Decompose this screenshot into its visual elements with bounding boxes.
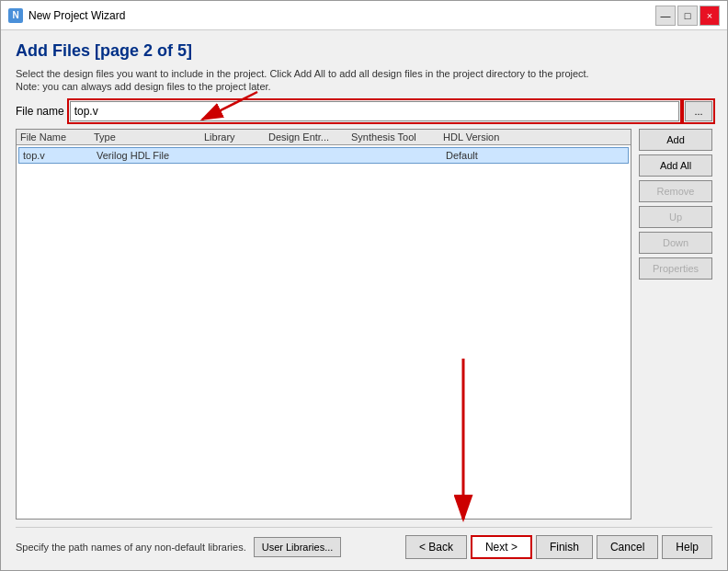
properties-button[interactable]: Properties [639, 257, 712, 280]
up-button[interactable]: Up [639, 206, 712, 228]
window-controls: — □ × [655, 6, 720, 26]
file-name-label: File name [16, 105, 64, 118]
title-bar: N New Project Wizard — □ × [1, 1, 727, 30]
maximize-button[interactable]: □ [677, 6, 698, 26]
app-icon: N [8, 8, 23, 23]
cell-type: Verilog HDL File [97, 150, 207, 161]
down-button[interactable]: Down [639, 232, 712, 254]
col-header-library: Library [204, 131, 268, 143]
help-button[interactable]: Help [662, 535, 712, 559]
col-header-synth-tool: Synthesis Tool [351, 131, 443, 143]
next-button[interactable]: Next > [471, 535, 532, 559]
file-name-row: File name ... [16, 101, 712, 121]
col-header-hdl-version: HDL Version [443, 131, 535, 143]
table-body: top.v Verilog HDL File Default [17, 145, 631, 519]
cancel-button[interactable]: Cancel [597, 535, 658, 559]
close-button[interactable]: × [700, 6, 720, 26]
bottom-area: Specify the path names of any non-defaul… [16, 527, 712, 559]
user-libraries-button[interactable]: User Libraries... [254, 537, 342, 557]
table-row[interactable]: top.v Verilog HDL File Default [18, 147, 629, 164]
bottom-left: Specify the path names of any non-defaul… [16, 537, 341, 557]
add-all-button[interactable]: Add All [639, 154, 712, 177]
add-button[interactable]: Add [639, 129, 712, 151]
col-header-type: Type [94, 131, 204, 143]
side-buttons-panel: Add Add All Remove Up Down Properties [639, 129, 712, 520]
remove-button[interactable]: Remove [639, 180, 712, 202]
files-table: File Name Type Library Design Entr... Sy… [16, 129, 631, 520]
page-description: Select the design files you want to incl… [16, 68, 712, 79]
finish-button[interactable]: Finish [536, 535, 593, 559]
table-header: File Name Type Library Design Entr... Sy… [17, 130, 631, 145]
window-title: New Project Wizard [28, 9, 125, 22]
minimize-button[interactable]: — [655, 6, 676, 26]
bottom-label: Specify the path names of any non-defaul… [16, 542, 246, 553]
browse-button[interactable]: ... [685, 101, 712, 121]
page-title: Add Files [page 2 of 5] [16, 41, 712, 61]
cell-hdl-version: Default [446, 150, 538, 161]
back-button[interactable]: < Back [405, 535, 467, 559]
col-header-design-entry: Design Entr... [268, 131, 351, 143]
cell-filename: top.v [23, 150, 97, 161]
file-name-input[interactable] [70, 101, 679, 121]
col-header-filename: File Name [20, 131, 94, 143]
page-note: Note: you can always add design files to… [16, 81, 712, 92]
nav-buttons: < Back Next > Finish Cancel Help [405, 535, 712, 559]
